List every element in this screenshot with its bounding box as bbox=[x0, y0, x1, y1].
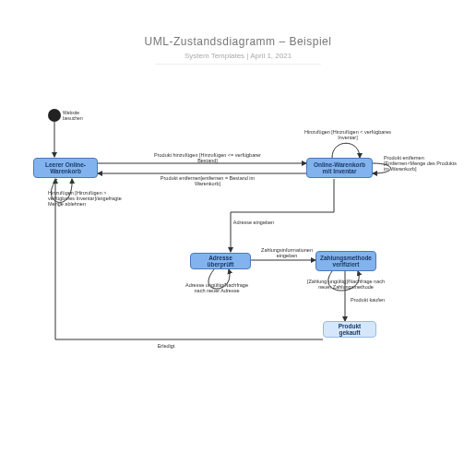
transition-add-forward: Produkt hinzufügen [Hinzufügen <= verfüg… bbox=[148, 152, 268, 163]
state-payment-verified: Zahlungsmethode verifiziert bbox=[315, 251, 376, 271]
state-cart-inventory: Online-Warenkorb mit Inventar bbox=[306, 158, 373, 178]
transition-payment-invalid: [Zahlung ungültig]/Nachfrage nach neuer … bbox=[304, 279, 387, 290]
transition-finished: Erledigt bbox=[148, 343, 184, 349]
transition-enter-payment: Zahlungsinformationen eingeben bbox=[258, 247, 315, 258]
page-title: UML-Zustandsdiagramm – Beispiel bbox=[0, 35, 476, 48]
state-address-checked: Adresse überprüft bbox=[190, 253, 251, 269]
transition-cart-self-remove: Produkt entfernen [Entfernen<Menge des P… bbox=[384, 155, 458, 172]
diagram-canvas: Website besuchen Leerer Online-Warenkorb… bbox=[0, 65, 476, 470]
transition-buy-product: Produkt kaufen bbox=[351, 297, 387, 303]
state-product-bought: Produkt gekauft bbox=[323, 321, 376, 338]
transition-remove-back: Produkt entfernen[entfernen = Bestand im… bbox=[148, 175, 268, 186]
transition-overflow: Hinzufügen [Hinzufügen > verfügbares Inv… bbox=[48, 190, 131, 207]
transition-address-invalid: Adresse ungültig/Nachfrage nach neuer Ad… bbox=[184, 282, 249, 293]
initial-state-icon bbox=[48, 109, 61, 122]
transition-enter-address: Adresse eingeben bbox=[231, 220, 277, 225]
state-empty-cart: Leerer Online-Warenkorb bbox=[33, 158, 98, 178]
transition-cart-self-add: Hinzufügen [Hinzufügen < verfügbares Inv… bbox=[297, 129, 399, 140]
initial-label: Website besuchen bbox=[63, 111, 100, 121]
page-subtitle: System Templates | April 1, 2021 bbox=[155, 52, 321, 65]
